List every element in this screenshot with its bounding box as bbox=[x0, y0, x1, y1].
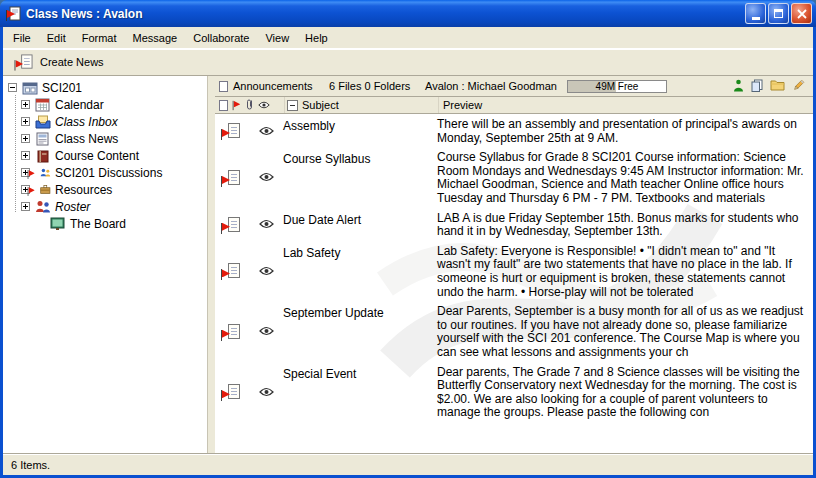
sidebar-item-sci201-discussions[interactable]: SCI201 Discussions bbox=[3, 164, 207, 181]
announcements-icon bbox=[219, 81, 228, 92]
list-header: Announcements 6 Files 0 Folders Avalon :… bbox=[215, 76, 813, 97]
subject-column-header[interactable]: Subject bbox=[285, 97, 439, 113]
menubar: File Edit Format Message Collaborate Vie… bbox=[3, 27, 813, 48]
expand-icon[interactable] bbox=[21, 134, 30, 143]
collapse-icon[interactable] bbox=[8, 83, 17, 92]
expand-icon[interactable] bbox=[21, 117, 30, 126]
create-news-button[interactable]: Create News bbox=[9, 51, 113, 74]
resources-icon bbox=[34, 182, 51, 197]
message-preview: There will be an assembly and presentati… bbox=[437, 118, 813, 145]
message-row[interactable]: Assembly There will be an assembly and p… bbox=[215, 116, 813, 149]
expand-icon[interactable] bbox=[21, 100, 30, 109]
message-preview: Dear Parents, September is a busy month … bbox=[437, 305, 813, 359]
sidebar-item-label: Class News bbox=[55, 132, 118, 146]
sidebar-item-resources[interactable]: Resources bbox=[3, 181, 207, 198]
eye-icon bbox=[259, 326, 274, 338]
message-subject: Assembly bbox=[283, 118, 437, 145]
preview-column-label: Preview bbox=[443, 99, 482, 111]
sidebar-item-course-content[interactable]: Course Content bbox=[3, 147, 207, 164]
app-window: Class News : Avalon File Edit Format Mes… bbox=[0, 0, 816, 478]
folder-tree: SCI201 Calendar bbox=[3, 76, 207, 453]
news-item-icon bbox=[221, 123, 241, 140]
menu-format[interactable]: Format bbox=[74, 29, 125, 47]
minimize-button[interactable] bbox=[745, 3, 766, 24]
statusbar: 6 Items. bbox=[3, 453, 813, 475]
app-body: File Edit Format Message Collaborate Vie… bbox=[0, 27, 816, 478]
pane-splitter[interactable] bbox=[207, 76, 215, 453]
menu-message[interactable]: Message bbox=[125, 29, 186, 47]
flag-icon bbox=[221, 223, 230, 234]
roster-icon bbox=[34, 199, 51, 214]
sidebar-item-label: The Board bbox=[70, 217, 126, 231]
menu-view[interactable]: View bbox=[257, 29, 297, 47]
message-column-icon[interactable] bbox=[219, 100, 228, 111]
flag-icon bbox=[221, 390, 230, 401]
collapse-all-icon[interactable] bbox=[287, 100, 298, 111]
subject-column-label: Subject bbox=[302, 99, 339, 111]
member-icon[interactable] bbox=[733, 79, 744, 94]
close-button[interactable] bbox=[791, 3, 812, 24]
expand-icon[interactable] bbox=[21, 202, 30, 211]
pencil-icon[interactable] bbox=[792, 79, 805, 94]
sidebar-item-label: SCI201 Discussions bbox=[55, 166, 162, 180]
message-row[interactable]: September Update Dear Parents, September… bbox=[215, 303, 813, 363]
create-news-icon bbox=[15, 54, 34, 70]
pages-icon[interactable] bbox=[751, 79, 763, 94]
window-title: Class News : Avalon bbox=[26, 7, 743, 21]
message-preview: Dear parents, The Grade 7 and 8 Science … bbox=[437, 366, 813, 420]
menu-file[interactable]: File bbox=[5, 29, 39, 47]
sidebar-item-class-inbox[interactable]: Class Inbox bbox=[3, 113, 207, 130]
flag-icon bbox=[28, 187, 33, 196]
inbox-icon bbox=[34, 114, 51, 129]
eye-icon bbox=[259, 387, 274, 399]
titlebar[interactable]: Class News : Avalon bbox=[0, 0, 816, 27]
message-row[interactable]: Course Syllabus Course Syllabus for Grad… bbox=[215, 149, 813, 209]
column-header: Subject Preview bbox=[215, 97, 813, 114]
menu-collaborate[interactable]: Collaborate bbox=[185, 29, 257, 47]
maximize-button[interactable] bbox=[768, 3, 789, 24]
create-news-label: Create News bbox=[40, 56, 104, 68]
eye-icon bbox=[259, 126, 274, 138]
news-item-icon bbox=[221, 384, 241, 401]
news-item-icon bbox=[221, 170, 241, 187]
toolbar: Create News bbox=[3, 48, 813, 76]
sidebar-item-the-board[interactable]: The Board bbox=[3, 215, 207, 232]
sidebar-item-label: Resources bbox=[55, 183, 112, 197]
message-preview: Course Syllabus for Grade 8 SCI201 Cours… bbox=[437, 151, 813, 205]
sidebar-item-label: Course Content bbox=[55, 149, 139, 163]
eye-icon bbox=[259, 266, 274, 278]
menu-edit[interactable]: Edit bbox=[39, 29, 74, 47]
main-area: SCI201 Calendar bbox=[3, 76, 813, 453]
news-item-icon bbox=[221, 324, 241, 341]
icon-columns bbox=[215, 97, 285, 113]
folder-icon[interactable] bbox=[770, 79, 785, 93]
sidebar-item-sci201[interactable]: SCI201 bbox=[3, 79, 207, 96]
board-icon bbox=[49, 216, 66, 231]
message-subject: Course Syllabus bbox=[283, 151, 437, 205]
account-name: Avalon : Michael Goodman bbox=[425, 80, 567, 92]
message-row[interactable]: Due Date Alert LAB A is due Friday Septe… bbox=[215, 210, 813, 243]
menu-help[interactable]: Help bbox=[297, 29, 336, 47]
message-preview: LAB A is due Friday September 15th. Bonu… bbox=[437, 212, 813, 239]
flag-icon bbox=[221, 330, 230, 341]
calendar-icon bbox=[34, 97, 51, 112]
sidebar-item-label: Calendar bbox=[55, 98, 104, 112]
file-folder-counts: 6 Files 0 Folders bbox=[329, 80, 425, 92]
discussion-icon bbox=[34, 165, 51, 180]
viewed-column-icon[interactable] bbox=[258, 99, 270, 111]
sidebar-item-class-news[interactable]: Class News bbox=[3, 130, 207, 147]
message-row[interactable]: Lab Safety Lab Safety: Everyone is Respo… bbox=[215, 243, 813, 303]
message-row[interactable]: Special Event Dear parents, The Grade 7 … bbox=[215, 364, 813, 424]
sidebar-item-calendar[interactable]: Calendar bbox=[3, 96, 207, 113]
expand-icon[interactable] bbox=[21, 151, 30, 160]
flag-icon bbox=[221, 129, 230, 140]
flag-icon bbox=[28, 170, 33, 179]
app-icon bbox=[5, 6, 22, 22]
preview-column-header[interactable]: Preview bbox=[439, 99, 813, 111]
attachment-column-icon[interactable] bbox=[245, 98, 254, 113]
message-subject: September Update bbox=[283, 305, 437, 359]
sidebar-item-roster[interactable]: Roster bbox=[3, 198, 207, 215]
message-subject: Due Date Alert bbox=[283, 212, 437, 239]
eye-icon bbox=[259, 219, 274, 231]
flag-column-icon[interactable] bbox=[233, 100, 241, 109]
